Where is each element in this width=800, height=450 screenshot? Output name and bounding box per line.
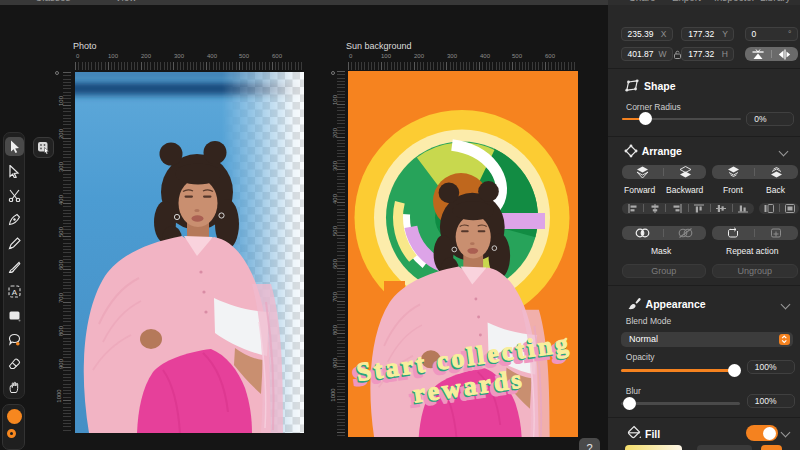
svg-text:A: A (11, 287, 17, 296)
